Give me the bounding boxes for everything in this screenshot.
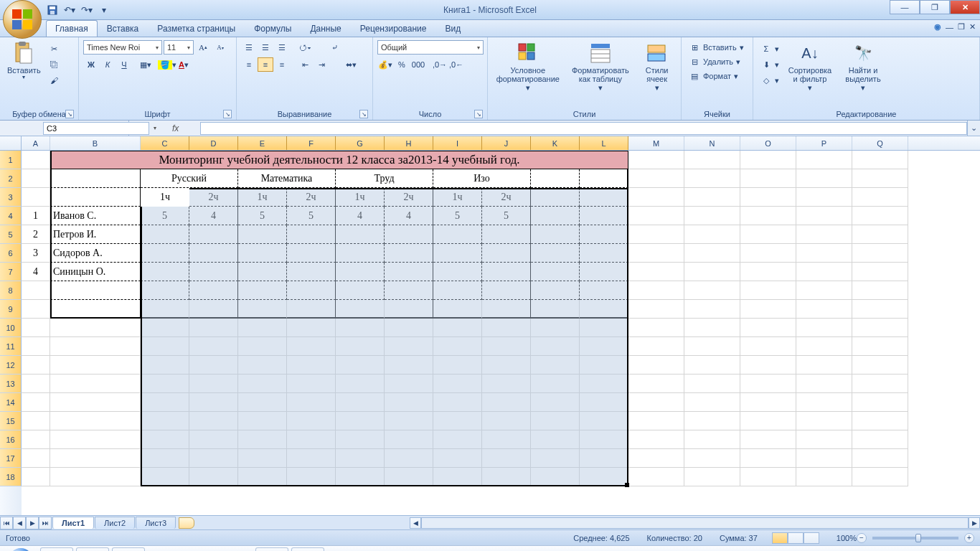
cell[interactable] [684,169,740,188]
cell[interactable] [141,263,189,281]
cell[interactable] [238,281,287,300]
cell[interactable] [796,449,852,468]
cell[interactable] [628,169,684,188]
cell[interactable] [628,430,684,449]
redo-icon[interactable]: ↷▾ [80,4,93,17]
cell[interactable] [141,300,189,319]
cell[interactable] [684,319,740,337]
cell[interactable] [238,375,287,393]
cell[interactable] [22,151,50,169]
cut-icon[interactable]: ✂ [47,42,62,56]
cell[interactable] [796,375,852,393]
minimize-button[interactable]: — [890,0,920,14]
cell[interactable]: Иванов С. [50,207,141,225]
italic-button[interactable]: К [100,57,116,72]
cell[interactable] [796,319,852,337]
cell[interactable] [189,412,238,430]
cell[interactable] [336,300,385,319]
row-header-10[interactable]: 10 [0,319,22,337]
cell[interactable] [189,244,238,263]
cell[interactable] [628,319,684,337]
cell[interactable] [740,207,796,225]
tab-view[interactable]: Вид [435,20,470,37]
clear-button[interactable]: ◇▾ [758,73,782,88]
cell[interactable] [580,263,628,281]
cell[interactable] [852,281,908,300]
row-header-2[interactable]: 2 [0,169,22,188]
col-header-L[interactable]: L [580,136,628,150]
cell[interactable] [189,356,238,375]
cell[interactable] [50,430,141,449]
view-page-layout-icon[interactable] [788,532,804,544]
cell[interactable] [852,468,908,486]
cell[interactable] [852,263,908,281]
cell[interactable] [189,300,238,319]
cell[interactable] [580,449,628,468]
cell[interactable] [141,393,189,412]
cell[interactable]: 2ч [385,188,433,207]
cell[interactable] [336,281,385,300]
cell[interactable] [433,300,482,319]
cell[interactable] [852,356,908,375]
row-header-16[interactable]: 16 [0,430,22,449]
autosum-button[interactable]: Σ▾ [758,42,782,56]
cell[interactable] [628,337,684,356]
underline-button[interactable]: Ч [116,57,132,72]
cell[interactable] [189,319,238,337]
cell[interactable] [50,337,141,356]
cell[interactable] [287,300,336,319]
border-icon[interactable]: ▦▾ [138,57,154,72]
cell[interactable] [22,337,50,356]
cell[interactable]: 3 [22,244,50,263]
cell[interactable]: Русский [141,169,238,188]
row-header-14[interactable]: 14 [0,393,22,412]
cell[interactable] [580,412,628,430]
cell[interactable] [852,393,908,412]
cell[interactable] [141,375,189,393]
paste-button[interactable]: Вставить▾ [4,40,44,108]
col-header-F[interactable]: F [287,136,336,150]
cell[interactable] [336,244,385,263]
increase-indent-icon[interactable]: ⇥ [314,57,329,72]
col-header-I[interactable]: I [433,136,482,150]
new-sheet-button[interactable] [179,517,194,529]
close-button[interactable]: ✕ [950,0,980,14]
cell[interactable] [580,188,628,207]
cell[interactable] [238,300,287,319]
cell[interactable] [385,319,433,337]
cell[interactable] [287,356,336,375]
col-header-P[interactable]: P [796,136,852,150]
col-header-M[interactable]: M [628,136,684,150]
cell[interactable] [684,207,740,225]
cell[interactable] [684,188,740,207]
merge-center-icon[interactable]: ⬌▾ [336,57,365,72]
cell[interactable] [433,375,482,393]
cell[interactable] [852,319,908,337]
cell[interactable] [580,225,628,244]
cell[interactable] [50,468,141,486]
format-as-table-button[interactable]: Форматировать как таблицу▾ [567,40,635,108]
cell[interactable]: 1 [22,207,50,225]
bold-button[interactable]: Ж [83,57,99,72]
hscroll-left-icon[interactable]: ◀ [410,517,421,529]
cell[interactable] [852,375,908,393]
col-header-C[interactable]: C [141,136,189,150]
cell[interactable] [336,356,385,375]
cell[interactable] [580,375,628,393]
cell[interactable] [852,188,908,207]
cell[interactable] [385,337,433,356]
cell[interactable] [580,356,628,375]
row-header-12[interactable]: 12 [0,356,22,375]
cell[interactable] [433,356,482,375]
cell[interactable] [531,375,580,393]
cell[interactable] [287,449,336,468]
cell[interactable] [628,281,684,300]
align-center-icon[interactable]: ≡ [258,57,273,72]
cell[interactable] [141,356,189,375]
cell[interactable] [852,225,908,244]
cell[interactable] [433,225,482,244]
row-header-6[interactable]: 6 [0,244,22,263]
spreadsheet-grid[interactable]: ABCDEFGHIJKLMNOPQ 1234567891011121314151… [0,136,980,515]
cell[interactable] [189,430,238,449]
cell[interactable] [628,468,684,486]
